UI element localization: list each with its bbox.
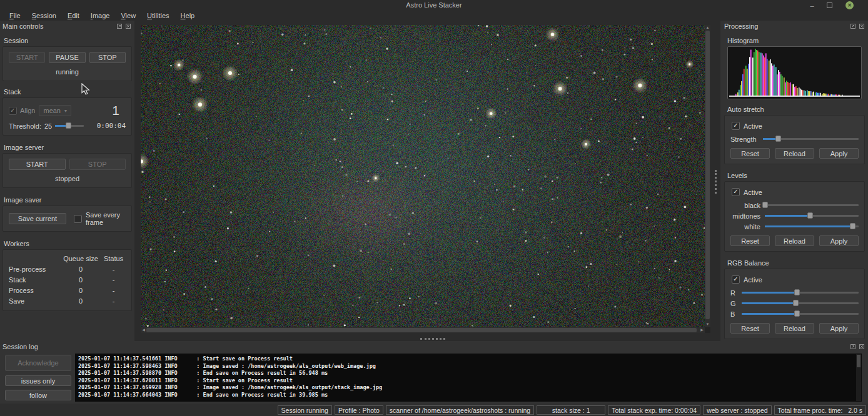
align-checkbox[interactable]: ✓	[9, 107, 17, 115]
log-line: 2025-01-07 11:14:37.541661 INFO : Start …	[78, 355, 855, 363]
stack-section-label: Stack	[4, 88, 134, 96]
midtones-label: midtones	[730, 212, 760, 220]
scroll-left-icon[interactable]: ◀	[141, 327, 146, 333]
levels-reload-button[interactable]: Reload	[775, 235, 814, 246]
session-log-title: Session log	[3, 343, 38, 350]
workers-table: Queue size Status Pre-process 0 - Stack …	[9, 254, 126, 307]
log-line: 2025-01-07 11:14:37.664043 INFO : End sa…	[78, 392, 855, 399]
session-start-button[interactable]: START	[9, 52, 45, 63]
green-slider[interactable]	[742, 299, 859, 307]
worker-status: -	[101, 285, 126, 296]
minimize-button[interactable]: –	[807, 1, 817, 10]
levels-reset-button[interactable]: Reset	[730, 235, 770, 246]
green-label: G	[730, 300, 738, 307]
worker-row-label: Process	[9, 285, 60, 296]
status-web-server: web server : stopped	[703, 405, 771, 415]
status-stack-size: stack size : 1	[537, 405, 605, 415]
log-line: 2025-01-07 11:14:37.659928 INFO : Image …	[78, 384, 855, 392]
midtones-slider[interactable]	[765, 212, 859, 220]
levels-group: ✓ Active black midtones white	[724, 181, 865, 252]
scroll-up-icon[interactable]: ▲	[705, 25, 710, 31]
window-title: Astro Live Stacker	[0, 1, 868, 9]
levels-active-label: Active	[744, 189, 762, 196]
session-status: running	[9, 68, 126, 76]
workers-section-label: Workers	[4, 240, 134, 247]
menu-edit[interactable]: Edit	[62, 11, 85, 21]
stack-count: 1	[112, 103, 119, 118]
menu-view[interactable]: View	[115, 11, 141, 21]
strength-slider[interactable]	[763, 135, 859, 143]
server-start-button[interactable]: START	[9, 159, 66, 170]
close-panel-icon[interactable]	[859, 23, 865, 29]
log-scroll-thumb[interactable]	[857, 355, 860, 367]
white-slider[interactable]	[765, 222, 859, 230]
worker-queue: 0	[60, 275, 101, 285]
horizontal-splitter-handle[interactable]	[420, 338, 445, 340]
maximize-icon	[827, 2, 832, 8]
align-label: Align	[20, 107, 35, 114]
follow-button[interactable]: follow	[5, 390, 71, 400]
rgb-reload-button[interactable]: Reload	[775, 323, 814, 334]
levels-active-checkbox[interactable]: ✓	[732, 188, 740, 196]
black-slider[interactable]	[765, 201, 859, 209]
rgb-active-label: Active	[744, 276, 762, 284]
rgb-apply-button[interactable]: Apply	[819, 323, 859, 334]
float-panel-icon[interactable]	[850, 23, 856, 29]
scroll-down-icon[interactable]: ▼	[705, 322, 710, 327]
scroll-right-icon[interactable]: ▶	[699, 327, 705, 333]
menu-image[interactable]: Image	[85, 11, 116, 21]
acknowledge-button[interactable]: Acknowledge	[5, 355, 71, 371]
close-button[interactable]: ✕	[845, 1, 854, 10]
vertical-scroll-thumb[interactable]	[705, 31, 710, 319]
horizontal-scroll-thumb[interactable]	[146, 328, 697, 332]
close-icon: ✕	[845, 1, 854, 9]
black-label: black	[730, 202, 760, 209]
red-slider[interactable]	[742, 289, 859, 297]
issues-only-button[interactable]: issues only	[5, 375, 71, 386]
stacked-image-preview[interactable]	[141, 25, 705, 327]
stack-mode-select[interactable]: mean ▼	[39, 105, 71, 116]
log-line: 2025-01-07 11:14:37.620011 INFO : Start …	[78, 377, 855, 385]
worker-row-label: Pre-process	[9, 264, 60, 275]
worker-queue: 0	[60, 264, 101, 275]
auto-stretch-active-checkbox[interactable]: ✓	[732, 122, 740, 130]
save-every-frame-checkbox[interactable]: ✓	[74, 215, 82, 223]
auto-stretch-reload-button[interactable]: Reload	[775, 148, 814, 159]
vertical-scrollbar[interactable]: ▲ ▼	[705, 25, 710, 327]
log-line: 2025-01-07 11:14:37.598870 INFO : End sa…	[78, 370, 855, 377]
auto-stretch-reset-button[interactable]: Reset	[730, 148, 770, 159]
save-current-button[interactable]: Save current	[9, 213, 66, 224]
rgb-active-checkbox[interactable]: ✓	[732, 275, 740, 284]
auto-stretch-label: Auto stretch	[727, 106, 868, 113]
session-pause-button[interactable]: PAUSE	[49, 52, 85, 63]
menu-file[interactable]: File	[4, 11, 26, 21]
close-panel-icon[interactable]	[125, 23, 131, 29]
column-queue-size: Queue size	[60, 254, 101, 264]
menu-utilities[interactable]: Utilities	[141, 11, 174, 21]
rgb-reset-button[interactable]: Reset	[730, 323, 770, 334]
log-scrollbar[interactable]	[856, 354, 861, 401]
levels-apply-button[interactable]: Apply	[819, 235, 859, 246]
menu-help[interactable]: Help	[175, 11, 201, 21]
threshold-slider[interactable]	[55, 122, 84, 130]
session-group: START PAUSE STOP running	[3, 46, 132, 81]
menu-session[interactable]: Session	[26, 11, 62, 21]
maximize-button[interactable]	[825, 1, 834, 10]
threshold-value: 25	[44, 122, 52, 130]
horizontal-scrollbar[interactable]: ◀ ▶	[141, 327, 705, 333]
close-panel-icon[interactable]	[859, 344, 865, 350]
blue-slider[interactable]	[742, 310, 859, 318]
log-output[interactable]: 2025-01-07 11:14:37.541661 INFO : Start …	[75, 354, 862, 402]
server-stop-button[interactable]: STOP	[69, 159, 126, 170]
auto-stretch-apply-button[interactable]: Apply	[819, 148, 859, 159]
session-stop-button[interactable]: STOP	[89, 52, 126, 63]
processing-panel: Processing Histogram Auto stretch ✓ Acti…	[720, 21, 868, 341]
astro-live-stacker-window: Astro Live Stacker – ✕ File Session Edit…	[0, 0, 868, 416]
mouse-cursor	[81, 83, 90, 96]
worker-status: -	[101, 275, 126, 285]
red-label: R	[730, 289, 738, 297]
float-panel-icon[interactable]	[850, 344, 856, 350]
float-panel-icon[interactable]	[116, 23, 123, 29]
white-label: white	[730, 223, 760, 230]
vertical-splitter-handle[interactable]	[715, 170, 717, 194]
